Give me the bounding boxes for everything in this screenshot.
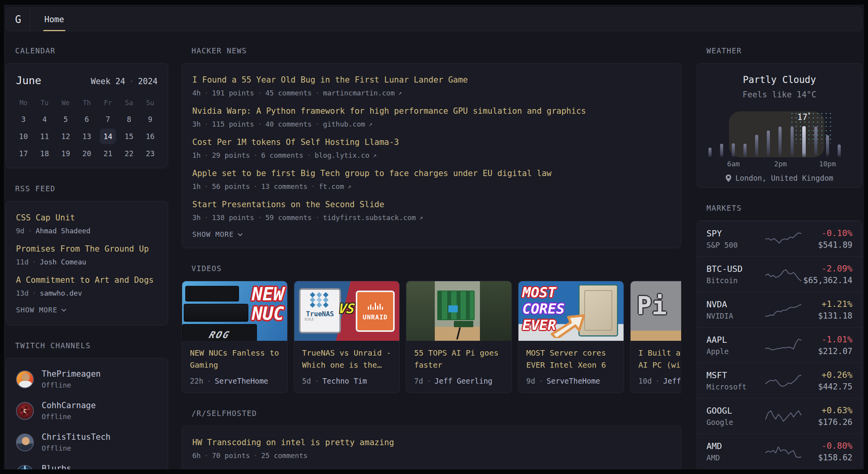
market-row[interactable]: SPY S&P 500 -0.10% $541.89 [697,221,862,256]
video-channel[interactable]: ServeTheHome [546,377,600,385]
video-card: MOSTCORESEVER MOST Server cores EVER Int… [518,281,624,393]
reddit-item-meta: 6h · 70 points · 25 comments [192,451,671,460]
hackernews-item: I Found a 55 Year Old Bug in the First L… [192,74,671,98]
section-header-selfhosted: /R/SELFHOSTED [192,409,681,418]
market-values: -2.09% $65,362.14 [802,264,852,285]
item-comments[interactable]: 6 comments [261,151,303,160]
video-channel[interactable]: Jeff Geerling [663,377,681,385]
separator-dot: · [204,182,209,191]
video-age: 9d [526,377,535,385]
video-thumbnail[interactable]: MOSTCORESEVER [518,281,624,341]
item-domain[interactable]: martincmartin.com [323,88,395,98]
hackernews-item-title[interactable]: Nvidia Warp: A Python framework for high… [192,106,671,116]
video-title[interactable]: TrueNAS vs Unraid - Which one is the… [302,347,392,371]
rss-section: RSS FEED CSS Cap Unit 9d · Ahmad Shadeed [5,184,168,325]
hackernews-item-meta: 3h · 115 points · 40 comments · github.c… [192,120,671,129]
channel-info: ChrisTitusTech Offline [42,432,111,452]
hour-labels: 6am2pm10pm [708,157,841,168]
separator-dot: · [28,226,32,236]
twitch-channel-row[interactable]: B Blurbs Offline [16,464,158,469]
chevron-down-icon [237,233,243,236]
hackernews-item: Apple set to be first Big Tech group to … [192,168,671,191]
video-thumbnail[interactable]: ROGNEWNUC [182,281,287,341]
market-symbol: GOOGL [706,406,765,416]
market-symbol: BTC-USD [706,264,765,274]
market-row[interactable]: NVDA NVIDIA +1.21% $131.18 [697,292,862,327]
twitch-section: TWITCH CHANNELS ThePrimeagen Offline [5,341,168,469]
video-title[interactable]: NEW NUCs Fanless to Gaming [190,347,279,371]
item-domain[interactable]: github.com [323,120,365,129]
hackernews-item-title[interactable]: Apple set to be first Big Tech group to … [192,168,671,179]
rss-item-age: 9d [16,226,25,236]
app-logo[interactable]: G [6,8,30,31]
temperature-bars [708,105,841,157]
rss-item-age: 11d [16,257,29,267]
market-name: AMD [706,453,765,462]
twitch-channel-row[interactable]: ChrisTitusTech Offline [16,432,158,452]
item-domain[interactable]: blog.lytix.co [315,151,369,160]
video-meta: 5d · Techno Tim [302,377,392,385]
item-comments[interactable]: 25 comments [261,451,307,460]
item-points: 138 points [212,213,254,222]
rss-item-meta: 13d · samwho.dev [16,289,158,298]
market-change: +1.21% [802,299,852,309]
market-change: -2.09% [802,264,852,273]
market-row[interactable]: MSFT Microsoft +0.26% $442.75 [697,363,862,398]
video-channel[interactable]: ServeTheHome [215,377,268,385]
market-values: +1.21% $131.18 [802,299,852,321]
channel-info: CohhCarnage Offline [42,401,96,421]
video-channel[interactable]: Jeff Geerling [434,377,492,385]
tab-home[interactable]: Home [43,8,65,31]
reddit-item-title[interactable]: HW Transcoding on intel is pretty amazin… [192,437,671,448]
columns: CALENDAR June Week 24 · 2024 MoTuWeThFrS… [4,46,864,469]
video-title[interactable]: MOST Server cores EVER Intel Xeon 6 [526,347,616,371]
external-link-icon: ↗ [369,120,373,129]
market-row[interactable]: GOOGL Google +0.63% $176.26 [697,398,862,433]
hackernews-item: Cost Per 1M tokens Of Self Hosting Llama… [192,137,671,160]
twitch-channel-row[interactable]: ThePrimeagen Offline [16,369,158,389]
market-sparkline [765,372,802,389]
separator-dot: · [204,451,209,460]
channel-status: Offline [42,412,96,421]
channel-name: Blurbs [42,464,71,469]
dashboard-screen: G Home CALENDAR June Week 24 · [0,0,868,474]
item-comments[interactable]: 13 comments [261,182,307,191]
twitch-channel-row[interactable]: C CohhCarnage Offline [16,401,158,421]
calendar-header-row: June Week 24 · 2024 [6,63,168,86]
video-age: 7d [414,377,423,385]
rss-item-title[interactable]: CSS Cap Unit [16,212,158,223]
reddit-item: HW Transcoding on intel is pretty amazin… [192,437,671,460]
hackernews-item-title[interactable]: Start Presentations on the Second Slide [192,199,671,210]
video-thumbnail[interactable]: TrueNASSCALEVSUNRAID [294,281,399,341]
separator-dot: · [207,377,211,385]
separator-dot: · [204,88,209,98]
market-row[interactable]: AAPL Apple -1.01% $212.07 [697,327,862,363]
video-channel[interactable]: Techno Tim [322,377,367,385]
market-price: $176.26 [802,418,852,427]
hackernews-item-title[interactable]: Cost Per 1M tokens Of Self Hosting Llama… [192,137,671,148]
channel-status: Offline [42,444,111,452]
item-comments[interactable]: 59 comments [265,213,312,222]
rss-item-title[interactable]: A Commitment to Art and Dogs [16,275,158,285]
video-thumbnail[interactable]: Pi [631,281,681,341]
market-identity: MSFT Microsoft [706,370,765,391]
hackernews-item-title[interactable]: I Found a 55 Year Old Bug in the First L… [192,74,671,85]
market-row[interactable]: BTC-USD Bitcoin -2.09% $65,362.14 [697,256,862,292]
rss-show-more-button[interactable]: SHOW MORE [16,306,158,314]
item-domain[interactable]: tidyfirst.substack.com [323,213,416,222]
calendar-month: June [16,74,41,86]
video-title[interactable]: I Built a AI PC (wit [638,347,681,371]
separator-dot: · [258,213,262,222]
item-comments[interactable]: 40 comments [265,120,312,129]
video-thumbnail[interactable] [406,281,511,341]
rss-item-title[interactable]: Promises From The Ground Up [16,243,158,254]
item-domain[interactable]: ft.com [319,182,344,191]
separator-dot: · [315,377,319,385]
item-comments[interactable]: 45 comments [265,88,312,98]
video-title[interactable]: 55 TOPS AI Pi goes faster [414,347,504,371]
market-row[interactable]: AMD AMD -0.80% $158.62 [697,433,862,469]
hackernews-show-more-button[interactable]: SHOW MORE [192,230,671,238]
market-values: -1.01% $212.07 [802,335,852,356]
section-header-videos: VIDEOS [192,264,681,273]
channel-name: ChrisTitusTech [42,432,111,442]
